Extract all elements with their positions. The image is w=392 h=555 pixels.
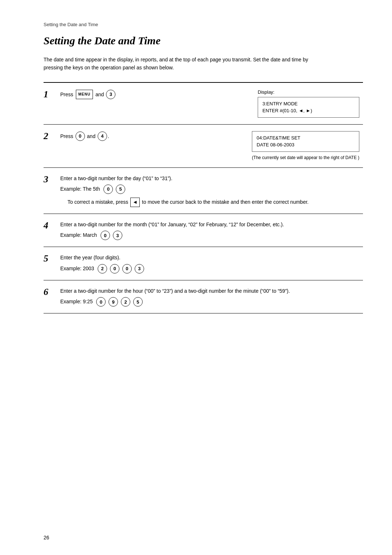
- step-2-note: (The currently set date will appear to t…: [252, 155, 359, 161]
- breadcrumb: Setting the Date and Time: [44, 22, 363, 27]
- step-3-note-pre: To correct a mistake, press: [68, 199, 128, 205]
- step-2-content: Press 0 and 4 .: [60, 131, 245, 141]
- step-4-content: Enter a two-digit number for the month (…: [60, 220, 359, 240]
- step-2: 2 Press 0 and 4 . 04:DATE&TIME SET DATE …: [44, 125, 363, 168]
- key-3-ex4: 3: [113, 231, 122, 240]
- back-key: ◄: [130, 198, 140, 207]
- step-3-example-label: Example: The 5th: [60, 186, 100, 192]
- step-4-number: 4: [44, 220, 57, 231]
- step-1-right: Display: 3:ENTRY MODE ENTER #(01-10, ◄, …: [258, 89, 359, 118]
- step-1-content: Press MENU and 3: [60, 89, 250, 100]
- step-5-main: Enter the year (four digits).: [60, 254, 359, 262]
- step-6: 6 Enter a two-digit number for the hour …: [44, 280, 363, 313]
- step-2-display-line2: DATE 08-06-2003: [257, 141, 355, 149]
- step-5-content: Enter the year (four digits). Example: 2…: [60, 254, 359, 273]
- page-number: 26: [44, 535, 49, 540]
- page-container: Setting the Date and Time Setting the Da…: [0, 0, 392, 555]
- step-1-inline: Press MENU and 3: [60, 89, 250, 100]
- step-5: 5 Enter the year (four digits). Example:…: [44, 247, 363, 280]
- step-2-period: .: [108, 131, 109, 141]
- step-3-number: 3: [44, 174, 57, 185]
- step-1-pre: Press: [60, 89, 73, 100]
- step-2-display-box: 04:DATE&TIME SET DATE 08-06-2003: [252, 131, 359, 152]
- step-1-display-label: Display:: [258, 89, 359, 95]
- step-2-inline: Press 0 and 4 .: [60, 131, 245, 141]
- key-5-ex3: 5: [116, 185, 125, 194]
- step-5-number: 5: [44, 253, 57, 264]
- step-4-main: Enter a two-digit number for the month (…: [60, 220, 359, 228]
- step-1-number: 1: [44, 89, 57, 100]
- key-0-ex4: 0: [101, 231, 110, 240]
- key-5-ex6: 5: [133, 297, 143, 307]
- key-0-ex5a: 0: [110, 264, 119, 274]
- key-2-ex5: 2: [98, 264, 107, 274]
- step-2-mid: and: [87, 131, 95, 141]
- step-1-display-line2: ENTER #(01-10, ◄, ►): [262, 107, 355, 114]
- key-0: 0: [75, 131, 85, 141]
- key-2-ex6: 2: [121, 297, 130, 307]
- step-1-display-box: 3:ENTRY MODE ENTER #(01-10, ◄, ►): [258, 97, 359, 118]
- key-0-ex3: 0: [103, 185, 113, 194]
- step-1-mid: and: [95, 89, 104, 100]
- step-6-number: 6: [44, 286, 57, 297]
- step-3-content: Enter a two-digit number for the day (“0…: [60, 174, 359, 207]
- key-9-ex6: 9: [109, 297, 118, 307]
- step-3: 3 Enter a two-digit number for the day (…: [44, 168, 363, 214]
- step-3-note-post: to move the cursor back to the mistake a…: [142, 199, 309, 205]
- step-6-example: Example: 9:25 0 9 2 5: [60, 297, 359, 307]
- key-3-ex5: 3: [135, 264, 144, 274]
- step-2-pre: Press: [60, 131, 73, 141]
- step-5-example: Example: 2003 2 0 0 3: [60, 264, 359, 274]
- step-1-display-line1: 3:ENTRY MODE: [262, 100, 355, 108]
- key-0-ex5b: 0: [122, 264, 132, 274]
- step-2-number: 2: [44, 130, 57, 142]
- step-4: 4 Enter a two-digit number for the month…: [44, 214, 363, 247]
- key-3: 3: [106, 90, 115, 99]
- menu-key: MENU: [76, 90, 93, 99]
- key-0-ex6: 0: [96, 297, 106, 307]
- step-3-main: Enter a two-digit number for the day (“0…: [60, 174, 359, 182]
- step-1: 1 Press MENU and 3 Display: 3:ENTRY MODE…: [44, 83, 363, 125]
- step-3-note: To correct a mistake, press ◄ to move th…: [68, 198, 359, 207]
- steps-container: 1 Press MENU and 3 Display: 3:ENTRY MODE…: [44, 82, 363, 313]
- step-6-content: Enter a two-digit number for the hour (“…: [60, 287, 359, 307]
- step-4-example-label: Example: March: [60, 232, 97, 238]
- intro-text: The date and time appear in the display,…: [44, 56, 316, 72]
- key-4: 4: [98, 131, 107, 141]
- step-2-display-line1: 04:DATE&TIME SET: [257, 134, 355, 142]
- step-4-example: Example: March 0 3: [60, 231, 359, 240]
- step-5-example-label: Example: 2003: [60, 265, 94, 271]
- step-6-main: Enter a two-digit number for the hour (“…: [60, 287, 359, 295]
- step-6-example-label: Example: 9:25: [60, 299, 93, 304]
- step-2-right: 04:DATE&TIME SET DATE 08-06-2003 (The cu…: [252, 131, 359, 161]
- step-3-example: Example: The 5th 0 5: [60, 185, 359, 194]
- page-title: Setting the Date and Time: [44, 35, 363, 47]
